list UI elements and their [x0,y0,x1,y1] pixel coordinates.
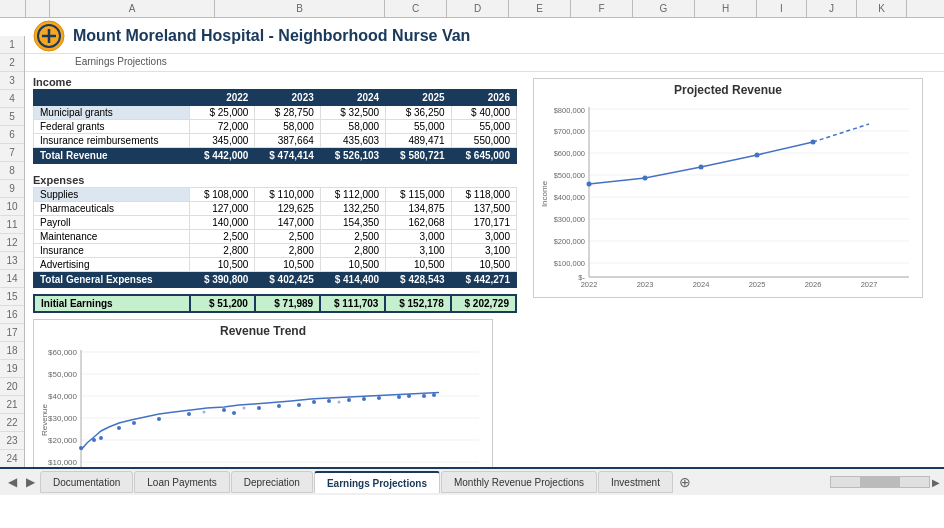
svg-point-41 [312,400,316,404]
revenue-trend-chart: Revenue Trend $60,000 $50,000 $40,000 $3… [33,319,493,467]
table-row: Pharmaceuticals 127,000 129,625 132,250 … [34,202,517,216]
row-num-24: 24 [0,450,24,467]
svg-point-48 [422,394,426,398]
income-table: 2022 2023 2024 2025 2026 Municipal grant… [33,89,517,164]
page-title: Mount Moreland Hospital - Neighborhood N… [73,27,470,45]
svg-point-51 [243,407,246,410]
row-num-20: 20 [0,378,24,396]
tab-nav-right[interactable]: ▶ [22,475,39,489]
svg-point-31 [99,436,103,440]
svg-text:$400,000: $400,000 [554,193,585,202]
table-row: Supplies $ 108,000 $ 110,000 $ 112,000 $… [34,188,517,202]
total-revenue-row: Total Revenue $ 442,000 $ 474,414 $ 526,… [34,148,517,164]
svg-text:$20,000: $20,000 [48,436,77,445]
row-num-4: 4 [0,90,24,108]
col-header-K: K [857,0,907,17]
projected-revenue-chart: Projected Revenue $800,000 $700,000 $600… [533,78,923,298]
tab-monthly-revenue[interactable]: Monthly Revenue Projections [441,471,597,493]
scroll-right-btn[interactable]: ▶ [932,477,940,488]
svg-point-84 [755,153,760,158]
row-num-18: 18 [0,342,24,360]
svg-point-82 [643,176,648,181]
row-num-10: 10 [0,198,24,216]
scroll-bar-area [830,476,930,488]
col-header-J: J [807,0,857,17]
svg-text:$50,000: $50,000 [48,370,77,379]
svg-point-81 [587,182,592,187]
tab-loan-payments[interactable]: Loan Payments [134,471,230,493]
table-row: Municipal grants $ 25,000 $ 28,750 $ 32,… [34,106,517,120]
revenue-trend-svg: $60,000 $50,000 $40,000 $30,000 $20,000 … [39,340,489,467]
svg-point-38 [257,406,261,410]
row-num-13: 13 [0,252,24,270]
table-row: Payroll 140,000 147,000 154,350 162,068 … [34,216,517,230]
income-col-header-name [34,90,190,106]
col-header-G: G [633,0,695,17]
tab-nav-left[interactable]: ◀ [4,475,21,489]
table-row: Federal grants 72,000 58,000 58,000 55,0… [34,120,517,134]
svg-point-44 [362,397,366,401]
income-col-2026: 2026 [451,90,516,106]
income-col-2022: 2022 [189,90,254,106]
row-num-7: 7 [0,144,24,162]
svg-text:2023: 2023 [637,280,654,289]
svg-text:Revenue: Revenue [40,403,49,436]
svg-text:$600,000: $600,000 [554,149,585,158]
svg-point-34 [157,417,161,421]
tab-documentation[interactable]: Documentation [40,471,133,493]
income-col-2023: 2023 [255,90,320,106]
row-num-8: 8 [0,162,24,180]
row-num-21: 21 [0,396,24,414]
svg-text:$500,000: $500,000 [554,171,585,180]
expenses-table: Supplies $ 108,000 $ 110,000 $ 112,000 $… [33,187,517,288]
svg-text:2022: 2022 [581,280,598,289]
svg-point-47 [407,394,411,398]
table-row: Maintenance 2,500 2,500 2,500 3,000 3,00… [34,230,517,244]
svg-point-40 [297,403,301,407]
svg-point-32 [117,426,121,430]
row-num-3: 3 [0,72,24,90]
col-header-I: I [757,0,807,17]
table-row: Insurance 2,800 2,800 2,800 3,100 3,100 [34,244,517,258]
svg-text:$60,000: $60,000 [48,348,77,357]
tab-depreciation[interactable]: Depreciation [231,471,313,493]
hospital-logo [33,20,65,52]
table-row: Insurance reimbursements 345,000 387,664… [34,134,517,148]
tab-earnings-projections[interactable]: Earnings Projections [314,471,440,493]
svg-point-39 [277,404,281,408]
row-num-9: 9 [0,180,24,198]
expenses-section-label: Expenses [33,174,517,186]
row-num-2: 2 [0,54,24,72]
svg-text:$800,000: $800,000 [554,106,585,115]
svg-point-49 [432,393,436,397]
page-subtitle: Earnings Projections [75,56,167,67]
income-row-municipal: Municipal grants [34,106,190,120]
svg-point-35 [187,412,191,416]
tab-add-button[interactable]: ⊕ [674,471,696,493]
svg-point-42 [327,399,331,403]
initial-earnings-row: Initial Earnings $ 51,200 $ 71,989 $ 111… [34,295,516,312]
col-header-H: H [695,0,757,17]
svg-point-85 [811,140,816,145]
tab-investment[interactable]: Investment [598,471,673,493]
row-num-14: 14 [0,270,24,288]
svg-point-46 [397,395,401,399]
row-num-1: 1 [0,36,24,54]
svg-point-43 [347,398,351,402]
svg-text:2027: 2027 [861,280,878,289]
row-num-23: 23 [0,432,24,450]
revenue-trend-title: Revenue Trend [34,320,492,338]
svg-text:2024: 2024 [693,280,710,289]
svg-point-50 [203,411,206,414]
svg-text:$40,000: $40,000 [48,392,77,401]
col-header-A: A [50,0,215,17]
svg-text:$200,000: $200,000 [554,237,585,246]
row-num-19: 19 [0,360,24,378]
svg-point-83 [699,165,704,170]
row-num-6: 6 [0,126,24,144]
svg-text:2025: 2025 [749,280,766,289]
svg-line-80 [813,124,869,142]
income-section-label: Income [33,76,517,88]
svg-text:$10,000: $10,000 [48,458,77,467]
total-expenses-row: Total General Expenses $ 390,800 $ 402,4… [34,272,517,288]
